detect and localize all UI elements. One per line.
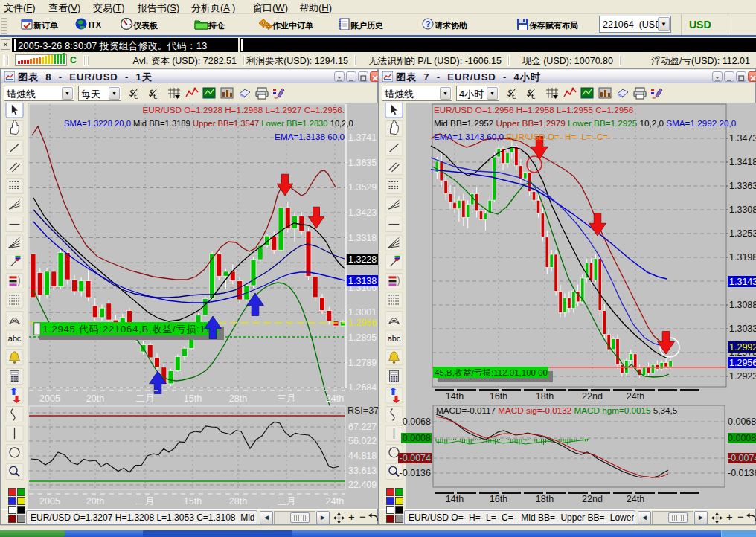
svg-text:1.3635: 1.3635 — [348, 158, 377, 168]
svg-text:20th: 20th — [86, 496, 104, 507]
svg-text:1.2992: 1.2992 — [729, 342, 756, 353]
svg-text:-0.0074: -0.0074 — [728, 453, 756, 463]
svg-text:二月: 二月 — [136, 496, 155, 507]
svg-text:SMA=1.3228 20,0 Mid BB=1.3189: SMA=1.3228 20,0 Mid BB=1.3189 Upper BB=1… — [64, 119, 353, 128]
svg-text:2005: 2005 — [39, 393, 60, 404]
svg-text:24th: 24th — [627, 391, 644, 402]
svg-text:1.3138: 1.3138 — [348, 276, 377, 286]
svg-text:15th: 15th — [184, 496, 202, 507]
svg-text:18th: 18th — [536, 391, 554, 402]
svg-text:1.2789: 1.2789 — [348, 358, 377, 368]
svg-text:20th: 20th — [86, 393, 104, 404]
svg-text:1.3088: 1.3088 — [729, 300, 756, 310]
svg-text:1.2923: 1.2923 — [729, 371, 756, 382]
svg-text:二月: 二月 — [136, 393, 155, 404]
svg-text:22nd: 22nd — [582, 494, 603, 504]
svg-text:?: ? — [426, 19, 431, 28]
svg-text:14th: 14th — [446, 494, 464, 504]
svg-text:1.3363: 1.3363 — [729, 181, 756, 191]
svg-text:1.2956: 1.2956 — [729, 358, 756, 368]
svg-text:1.3418: 1.3418 — [729, 157, 756, 167]
svg-text:33.613: 33.613 — [348, 466, 377, 476]
svg-text:0.0068: 0.0068 — [403, 417, 431, 427]
svg-text:-0.0136: -0.0136 — [400, 468, 431, 478]
svg-text:1.3473: 1.3473 — [729, 133, 756, 144]
svg-text:0.0008: 0.0008 — [728, 433, 756, 443]
svg-text:EMA=1.3143 60,0 EUR/USD O=-: EMA=1.3143 60,0 EUR/USD O=- H=- L=- C=- — [434, 132, 611, 141]
svg-text:24th: 24th — [326, 496, 344, 507]
svg-text:€: € — [153, 92, 157, 100]
svg-text:1.2895: 1.2895 — [348, 332, 377, 343]
svg-text:EUR/USD O=1.2956 H=1.2958 L=1.: EUR/USD O=1.2956 H=1.2958 L=1.2955 C=1.2… — [434, 105, 633, 115]
svg-text:1.3423: 1.3423 — [348, 208, 377, 218]
svg-text:1.2956: 1.2956 — [348, 318, 377, 328]
svg-text:EUR/USD O=1.2928 H=1.2968 L=1.: EUR/USD O=1.2928 H=1.2968 L=1.2927 C=1.2… — [142, 105, 345, 115]
svg-text:56.022: 56.022 — [348, 436, 377, 446]
svg-text:1.3033: 1.3033 — [729, 324, 756, 334]
svg-text:28th: 28th — [229, 393, 247, 404]
svg-text:Mid BB=1.2952 Upper BB=1.2979: Mid BB=1.2952 Upper BB=1.2979 Lower BB=1… — [434, 118, 737, 128]
svg-text:1.3143: 1.3143 — [729, 277, 756, 287]
svg-text:€: € — [512, 92, 516, 100]
svg-text:€: € — [134, 92, 138, 100]
svg-text:MACD=-0.0117 MACD sig=-0.0132: MACD=-0.0117 MACD sig=-0.0132 MACD hgm=0… — [436, 405, 678, 415]
svg-text:16th: 16th — [490, 494, 507, 504]
svg-text:1.3198: 1.3198 — [729, 252, 756, 263]
svg-text:1.3253: 1.3253 — [729, 228, 756, 239]
svg-text:24th: 24th — [627, 494, 644, 504]
svg-text:24th: 24th — [326, 393, 344, 404]
svg-text:14th: 14th — [446, 391, 464, 402]
svg-text:28th: 28th — [229, 496, 247, 507]
svg-text:三月: 三月 — [278, 393, 296, 404]
svg-text:22nd: 22nd — [582, 391, 603, 402]
svg-text:45,B,收益/亏损:112.01,100 000: 45,B,收益/亏损:112.01,100 000 — [435, 368, 552, 377]
svg-text:44.818: 44.818 — [348, 451, 377, 461]
svg-text:1.3228: 1.3228 — [348, 254, 377, 265]
svg-text:2005: 2005 — [39, 496, 60, 507]
svg-text:三月: 三月 — [278, 496, 296, 507]
svg-text:0.0068: 0.0068 — [728, 417, 756, 427]
svg-text:1.2684: 1.2684 — [348, 382, 377, 393]
svg-text:1.3529: 1.3529 — [348, 182, 377, 193]
svg-text:abc: abc — [8, 334, 22, 343]
svg-text:-0.0074: -0.0074 — [400, 453, 431, 463]
svg-text:15th: 15th — [184, 393, 202, 404]
svg-text:1.3308: 1.3308 — [729, 205, 756, 215]
svg-text:EMA=1.3138 60,0: EMA=1.3138 60,0 — [275, 132, 345, 141]
svg-text:0.0008: 0.0008 — [403, 433, 431, 443]
svg-text:1.3001: 1.3001 — [348, 307, 377, 318]
svg-text:18th: 18th — [536, 494, 554, 504]
svg-text:16th: 16th — [490, 391, 507, 402]
svg-text:67.227: 67.227 — [348, 422, 377, 432]
svg-text:1.3318: 1.3318 — [348, 233, 377, 243]
svg-text:€: € — [531, 92, 535, 100]
svg-text:RSI=37: RSI=37 — [347, 405, 379, 416]
svg-text:abc: abc — [388, 334, 401, 343]
svg-text:1.3741: 1.3741 — [348, 132, 377, 143]
svg-text:-0.0136: -0.0136 — [728, 468, 756, 478]
svg-text:22.409: 22.409 — [348, 480, 377, 490]
